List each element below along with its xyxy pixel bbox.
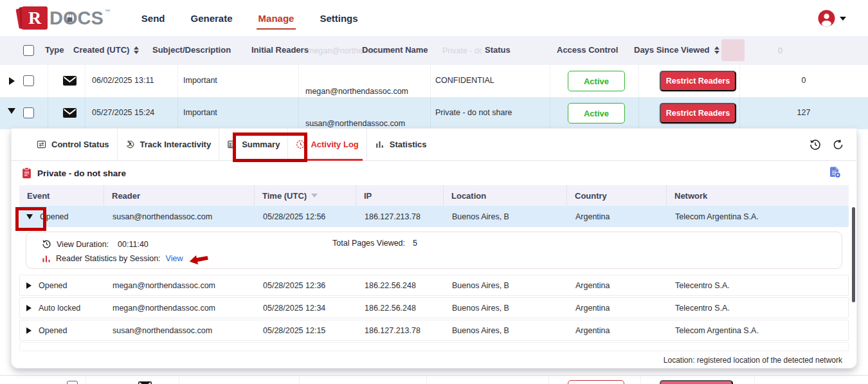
logo-word: DOCS xyxy=(50,6,104,30)
sort-icon[interactable] xyxy=(714,46,719,54)
status-active-button[interactable]: Active xyxy=(568,71,625,91)
history-icon[interactable] xyxy=(809,139,821,151)
nav-item-settings[interactable]: Settings xyxy=(320,13,357,24)
panel-document-title: Private - do not share xyxy=(37,169,126,178)
row-checkbox[interactable] xyxy=(67,381,78,384)
select-all-checkbox[interactable] xyxy=(23,45,34,56)
log-country-cell: Argentina xyxy=(568,212,667,221)
nav-item-manage[interactable]: Manage xyxy=(258,13,294,24)
days-since-viewed-cell: 127 xyxy=(746,108,862,117)
log-ip-cell: 186.22.56.248 xyxy=(357,304,444,313)
tab-control-status[interactable]: Control Status xyxy=(29,129,118,160)
log-scrollbar-thumb[interactable] xyxy=(852,207,855,302)
log-time-cell: 05/28/2025 12:34 xyxy=(255,304,357,313)
created-cell: 06/02/2025 13:11 xyxy=(92,76,154,85)
column-header-created[interactable]: Created (UTC) xyxy=(73,45,139,55)
email-type-icon xyxy=(138,381,152,384)
trademark-symbol: ™ xyxy=(105,8,111,15)
collapse-row-icon[interactable] xyxy=(8,108,15,114)
refresh-icon[interactable] xyxy=(833,139,844,151)
lock-icon xyxy=(68,16,73,23)
location-footnote: Location: registered location of the det… xyxy=(19,356,849,365)
log-ip-cell: 186.127.213.78 xyxy=(357,326,444,335)
export-report-button[interactable] xyxy=(829,166,841,181)
row-checkbox[interactable] xyxy=(23,75,34,86)
tab-activity-log[interactable]: Activity Log xyxy=(288,129,366,160)
user-avatar-icon[interactable] xyxy=(818,10,835,27)
account-caret-icon[interactable] xyxy=(840,17,846,21)
log-country-cell: Argentina xyxy=(568,304,667,313)
log-reader-cell: susan@northendassoc.com xyxy=(105,326,255,335)
account-menu[interactable] xyxy=(818,10,846,27)
log-row[interactable]: Opened megan@northendassoc.com 05/28/202… xyxy=(19,275,849,296)
restrict-readers-button[interactable]: Restrict Readers xyxy=(660,103,736,123)
expand-event-icon[interactable] xyxy=(26,327,32,334)
logo-letters-cs: CS xyxy=(78,8,104,28)
summary-icon xyxy=(227,140,237,149)
more-readers-icon[interactable]: ... xyxy=(310,119,320,128)
expand-row-icon[interactable] xyxy=(9,77,15,85)
log-location-cell: Buenos Aires, B xyxy=(444,304,568,313)
column-header-access-control: Access Control xyxy=(557,45,618,55)
main-nav: Send Generate Manage Settings xyxy=(141,13,358,24)
log-time-cell: 05/28/2025 12:56 xyxy=(255,212,357,221)
view-duration-line: View Duration: 00:11:40 Total Pages View… xyxy=(42,239,842,250)
view-duration-value: 00:11:40 xyxy=(118,240,149,249)
logo-letter-d: D xyxy=(50,8,63,28)
log-row-expanded[interactable]: Opened susan@northendassoc.com 05/28/202… xyxy=(19,206,849,227)
ghost-button-shape xyxy=(721,39,745,61)
view-duration-icon xyxy=(42,239,51,249)
tab-statistics[interactable]: Statistics xyxy=(367,129,435,160)
restrict-readers-button[interactable]: Restrict Readers xyxy=(660,71,736,91)
log-column-time[interactable]: Time (UTC) xyxy=(255,185,356,206)
document-row-expanded[interactable]: 05/27/2025 15:24 Important susan@northen… xyxy=(0,97,868,129)
column-header-subject: Subject/Description xyxy=(152,45,231,55)
tab-summary[interactable]: Summary xyxy=(219,129,288,160)
ghost-days-value: 0 xyxy=(778,46,782,55)
collapse-event-icon[interactable] xyxy=(26,214,33,219)
activity-log-icon xyxy=(296,140,305,149)
nav-item-send[interactable]: Send xyxy=(141,13,165,24)
expand-event-icon[interactable] xyxy=(26,282,32,289)
column-header-days-since-viewed[interactable]: Days Since Viewed xyxy=(634,45,719,55)
ghost-reader-text: megan@northendassoc.com xyxy=(307,46,391,55)
rdocs-logo[interactable]: R DOCS ™ xyxy=(22,6,111,30)
row-checkbox[interactable] xyxy=(23,107,34,118)
column-header-initial-readers: Initial Readers xyxy=(251,45,309,55)
status-button-partial[interactable] xyxy=(568,380,624,384)
expand-event-icon[interactable] xyxy=(26,305,32,311)
control-status-icon xyxy=(37,140,46,149)
total-pages-label: Total Pages Viewed: xyxy=(332,239,405,248)
log-time-cell: 05/28/2025 12:15 xyxy=(255,326,357,335)
log-row[interactable]: Auto locked megan@northendassoc.com 05/2… xyxy=(19,297,849,318)
logo-r-letter: R xyxy=(22,6,48,30)
documents-table-header: Type Created (UTC) Subject/Description I… xyxy=(0,36,868,66)
view-session-statistics-link[interactable]: View xyxy=(166,254,183,263)
log-reader-cell: megan@northendassoc.com xyxy=(105,304,255,313)
status-active-button[interactable]: Active xyxy=(568,103,625,123)
log-network-cell: Telecentro S.A. xyxy=(667,281,848,290)
nav-item-generate[interactable]: Generate xyxy=(191,13,233,24)
log-network-cell: Telecentro S.A. xyxy=(667,304,848,313)
email-type-icon xyxy=(63,76,77,86)
tab-track-interactivity[interactable]: Track Interactivity xyxy=(118,129,220,160)
session-detail-card: View Duration: 00:11:40 Total Pages View… xyxy=(26,232,842,269)
export-report-icon[interactable] xyxy=(829,166,841,178)
log-country-cell: Argentina xyxy=(568,281,667,290)
log-location-cell: Buenos Aires, B xyxy=(444,281,568,290)
panel-action-icons xyxy=(809,139,844,151)
restrict-readers-button-partial[interactable] xyxy=(660,380,733,384)
more-readers-icon[interactable]: ... xyxy=(310,87,320,96)
log-network-cell: Telecom Argentina S.A. xyxy=(667,326,848,335)
view-duration-label: View Duration: xyxy=(57,240,109,249)
days-since-viewed-cell: 0 xyxy=(746,76,862,85)
column-header-status: Status xyxy=(485,45,511,55)
document-row[interactable]: 06/02/2025 13:11 Important megan@northen… xyxy=(0,65,868,98)
log-column-location: Location xyxy=(444,185,567,206)
sort-icon[interactable] xyxy=(134,46,139,54)
activity-log-header: Event Reader Time (UTC) IP Location Coun… xyxy=(19,185,849,206)
log-row[interactable]: Opened susan@northendassoc.com 05/28/202… xyxy=(19,320,849,341)
detail-tab-bar: Control Status Track Interactivity Summa… xyxy=(12,129,856,161)
document-clipboard-icon xyxy=(22,167,32,179)
document-row-partial[interactable] xyxy=(0,375,868,384)
